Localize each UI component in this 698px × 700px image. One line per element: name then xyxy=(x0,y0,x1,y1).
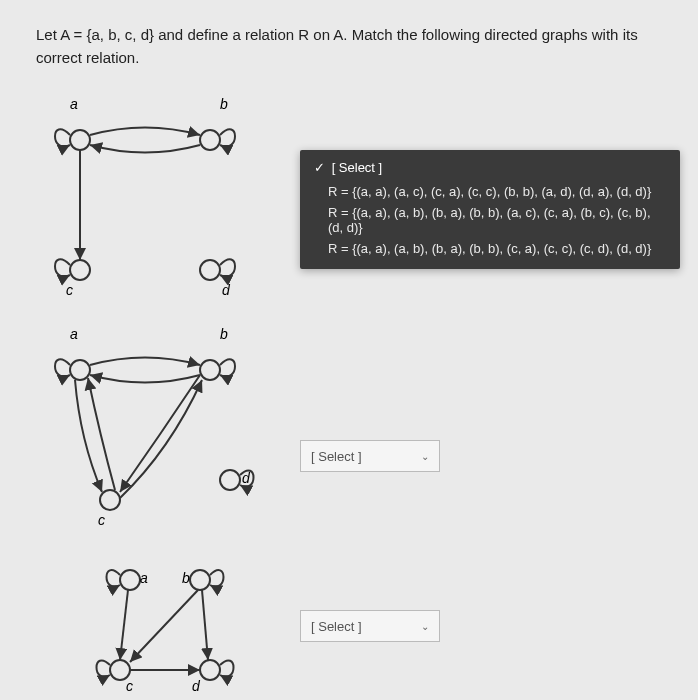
graph-2-svg xyxy=(40,340,260,540)
svg-point-10 xyxy=(190,570,210,590)
svg-line-14 xyxy=(130,590,198,662)
question-line-1: Let A = {a, b, c, d} and define a relati… xyxy=(36,26,638,43)
svg-point-5 xyxy=(70,360,90,380)
graph1-label-a: a xyxy=(70,96,78,112)
svg-point-7 xyxy=(100,490,120,510)
dropdown-3-placeholder: [ Select ] xyxy=(311,619,362,634)
svg-point-9 xyxy=(120,570,140,590)
svg-point-8 xyxy=(220,470,240,490)
svg-point-12 xyxy=(200,660,220,680)
svg-point-6 xyxy=(200,360,220,380)
graph1-label-c: c xyxy=(66,282,73,298)
svg-point-2 xyxy=(70,260,90,280)
chevron-down-icon: ⌄ xyxy=(421,451,429,462)
relation-dropdown-2[interactable]: [ Select ] ⌄ xyxy=(300,440,440,472)
dropdown-1-placeholder: [ Select ] xyxy=(332,160,383,175)
svg-point-1 xyxy=(200,130,220,150)
directed-graph-1: a b c d xyxy=(40,110,260,314)
dropdown-1-option-3[interactable]: R = {(a, a), (a, b), (b, a), (b, b), (c,… xyxy=(314,238,666,259)
graph1-label-b: b xyxy=(220,96,228,112)
graph2-label-d: d xyxy=(242,470,250,486)
graph2-label-a: a xyxy=(70,326,78,342)
directed-graph-3: a b c d xyxy=(40,560,260,700)
chevron-down-icon: ⌄ xyxy=(421,621,429,632)
checkmark-icon: ✓ xyxy=(314,160,328,175)
directed-graph-2: a b c d xyxy=(40,340,260,544)
graph-3-svg xyxy=(40,560,260,700)
svg-point-11 xyxy=(110,660,130,680)
dropdown-1-option-1[interactable]: R = {(a, a), (a, c), (c, a), (c, c), (b,… xyxy=(314,181,666,202)
dropdown-1-option-2[interactable]: R = {(a, a), (a, b), (b, a), (b, b), (a,… xyxy=(314,202,666,238)
graph-1-svg xyxy=(40,110,260,310)
question-line-2: correct relation. xyxy=(36,49,139,66)
dropdown-2-placeholder: [ Select ] xyxy=(311,449,362,464)
graph1-label-d: d xyxy=(222,282,230,298)
svg-line-13 xyxy=(120,590,128,660)
dropdown-1-placeholder-row[interactable]: ✓ [ Select ] xyxy=(314,160,666,175)
graph3-label-b: b xyxy=(182,570,190,586)
graph2-label-b: b xyxy=(220,326,228,342)
relation-dropdown-3[interactable]: [ Select ] ⌄ xyxy=(300,610,440,642)
graph3-label-a: a xyxy=(140,570,148,586)
svg-point-3 xyxy=(200,260,220,280)
graph3-label-c: c xyxy=(126,678,133,694)
svg-line-15 xyxy=(202,590,208,660)
relation-dropdown-1-open[interactable]: ✓ [ Select ] R = {(a, a), (a, c), (c, a)… xyxy=(300,150,680,269)
question-prompt: Let A = {a, b, c, d} and define a relati… xyxy=(36,24,662,69)
graph2-label-c: c xyxy=(98,512,105,528)
svg-point-0 xyxy=(70,130,90,150)
graph3-label-d: d xyxy=(192,678,200,694)
